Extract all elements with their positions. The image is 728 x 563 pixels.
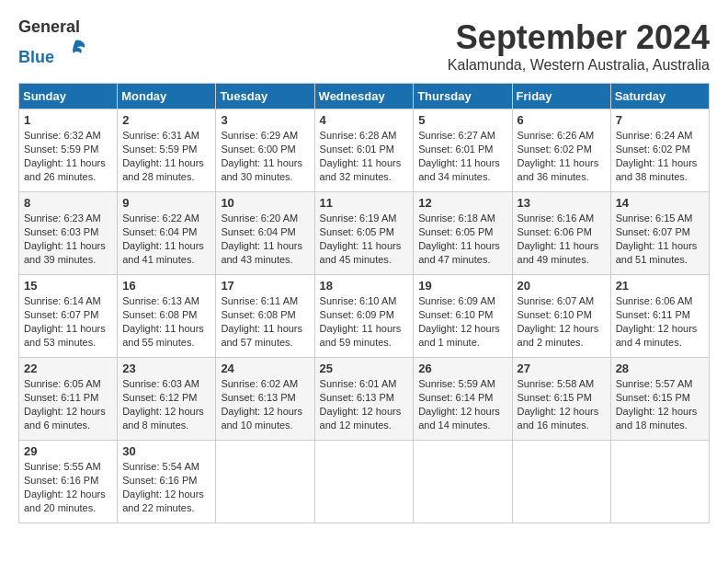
sunrise-label: Sunrise: 6:03 AM [122, 378, 199, 389]
day-info: Sunrise: 6:27 AM Sunset: 6:01 PM Dayligh… [418, 129, 506, 183]
day-number: 29 [24, 444, 112, 458]
day-number: 14 [616, 196, 704, 210]
calendar-day-cell [610, 441, 709, 523]
sunset-label: Sunset: 6:07 PM [24, 309, 98, 320]
day-number: 3 [221, 113, 309, 127]
sunset-label: Sunset: 6:01 PM [320, 144, 394, 155]
month-title: September 2024 [448, 18, 710, 57]
calendar-week-row: 22 Sunrise: 6:05 AM Sunset: 6:11 PM Dayl… [19, 358, 710, 441]
daylight-label: Daylight: 11 hours and 43 minutes. [221, 240, 302, 265]
day-info: Sunrise: 6:18 AM Sunset: 6:05 PM Dayligh… [418, 212, 506, 266]
sunrise-label: Sunrise: 5:54 AM [122, 461, 199, 472]
calendar-day-cell: 13 Sunrise: 6:16 AM Sunset: 6:06 PM Dayl… [512, 192, 610, 275]
sunset-label: Sunset: 6:13 PM [320, 392, 394, 403]
calendar-day-cell: 4 Sunrise: 6:28 AM Sunset: 6:01 PM Dayli… [314, 109, 414, 192]
day-info: Sunrise: 6:31 AM Sunset: 5:59 PM Dayligh… [122, 129, 210, 183]
header-sunday: Sunday [19, 84, 118, 109]
day-info: Sunrise: 6:07 AM Sunset: 6:10 PM Dayligh… [518, 294, 606, 349]
sunrise-label: Sunrise: 5:57 AM [616, 378, 693, 389]
header-tuesday: Tuesday [216, 84, 314, 109]
header-friday: Friday [512, 84, 610, 109]
daylight-label: Daylight: 11 hours and 57 minutes. [221, 323, 302, 348]
calendar-day-cell: 18 Sunrise: 6:10 AM Sunset: 6:09 PM Dayl… [314, 275, 414, 358]
sunrise-label: Sunrise: 6:19 AM [320, 213, 397, 224]
sunrise-label: Sunrise: 6:11 AM [221, 295, 298, 306]
day-info: Sunrise: 6:01 AM Sunset: 6:13 PM Dayligh… [320, 377, 409, 431]
day-number: 4 [320, 113, 409, 127]
day-number: 8 [24, 196, 112, 210]
header-wednesday: Wednesday [314, 84, 414, 109]
day-info: Sunrise: 6:05 AM Sunset: 6:11 PM Dayligh… [24, 377, 112, 431]
day-number: 23 [122, 362, 210, 375]
day-info: Sunrise: 6:22 AM Sunset: 6:04 PM Dayligh… [122, 212, 210, 266]
daylight-label: Daylight: 12 hours and 8 minutes. [122, 406, 204, 431]
day-number: 10 [221, 196, 309, 210]
day-info: Sunrise: 6:11 AM Sunset: 6:08 PM Dayligh… [221, 294, 309, 349]
sunset-label: Sunset: 6:02 PM [518, 144, 592, 155]
day-number: 18 [320, 279, 409, 293]
calendar-day-cell: 16 Sunrise: 6:13 AM Sunset: 6:08 PM Dayl… [118, 275, 216, 358]
calendar-day-cell: 21 Sunrise: 6:06 AM Sunset: 6:11 PM Dayl… [610, 275, 709, 358]
day-number: 24 [221, 362, 309, 375]
sunrise-label: Sunrise: 6:10 AM [320, 295, 397, 306]
day-info: Sunrise: 6:19 AM Sunset: 6:05 PM Dayligh… [320, 212, 409, 266]
sunrise-label: Sunrise: 6:06 AM [616, 295, 693, 306]
sunset-label: Sunset: 6:07 PM [616, 226, 690, 237]
daylight-label: Daylight: 12 hours and 16 minutes. [518, 406, 599, 431]
daylight-label: Daylight: 11 hours and 30 minutes. [221, 157, 302, 182]
day-number: 7 [616, 113, 704, 127]
day-number: 19 [418, 279, 506, 293]
daylight-label: Daylight: 11 hours and 45 minutes. [320, 240, 402, 265]
calendar-header-row: SundayMondayTuesdayWednesdayThursdayFrid… [19, 84, 710, 109]
daylight-label: Daylight: 12 hours and 20 minutes. [24, 488, 106, 513]
calendar-day-cell: 17 Sunrise: 6:11 AM Sunset: 6:08 PM Dayl… [216, 275, 314, 358]
day-number: 9 [122, 196, 210, 210]
day-number: 30 [122, 444, 210, 458]
daylight-label: Daylight: 12 hours and 12 minutes. [320, 406, 402, 431]
calendar-day-cell: 14 Sunrise: 6:15 AM Sunset: 6:07 PM Dayl… [610, 192, 709, 275]
calendar-day-cell: 24 Sunrise: 6:02 AM Sunset: 6:13 PM Dayl… [216, 358, 314, 441]
day-info: Sunrise: 5:55 AM Sunset: 6:16 PM Dayligh… [24, 460, 112, 514]
calendar-day-cell: 25 Sunrise: 6:01 AM Sunset: 6:13 PM Dayl… [314, 358, 414, 441]
sunrise-label: Sunrise: 6:01 AM [320, 378, 397, 389]
daylight-label: Daylight: 11 hours and 51 minutes. [616, 240, 698, 265]
calendar-day-cell: 12 Sunrise: 6:18 AM Sunset: 6:05 PM Dayl… [414, 192, 512, 275]
sunset-label: Sunset: 6:00 PM [221, 144, 295, 155]
day-info: Sunrise: 6:06 AM Sunset: 6:11 PM Dayligh… [616, 294, 704, 349]
calendar-day-cell [216, 441, 314, 523]
calendar-day-cell: 30 Sunrise: 5:54 AM Sunset: 6:16 PM Dayl… [118, 441, 216, 523]
day-info: Sunrise: 6:16 AM Sunset: 6:06 PM Dayligh… [518, 212, 606, 266]
day-number: 1 [24, 113, 112, 127]
header-saturday: Saturday [610, 84, 709, 109]
sunset-label: Sunset: 6:03 PM [24, 226, 98, 237]
sunset-label: Sunset: 6:16 PM [122, 475, 197, 486]
calendar-day-cell: 28 Sunrise: 5:57 AM Sunset: 6:15 PM Dayl… [610, 358, 709, 441]
daylight-label: Daylight: 12 hours and 2 minutes. [518, 323, 599, 348]
calendar-day-cell: 7 Sunrise: 6:24 AM Sunset: 6:02 PM Dayli… [610, 109, 709, 192]
daylight-label: Daylight: 12 hours and 22 minutes. [122, 488, 204, 513]
daylight-label: Daylight: 11 hours and 59 minutes. [320, 323, 402, 348]
sunset-label: Sunset: 6:16 PM [24, 475, 98, 486]
day-info: Sunrise: 6:14 AM Sunset: 6:07 PM Dayligh… [24, 294, 112, 349]
calendar-day-cell: 20 Sunrise: 6:07 AM Sunset: 6:10 PM Dayl… [512, 275, 610, 358]
daylight-label: Daylight: 11 hours and 38 minutes. [616, 157, 698, 182]
day-info: Sunrise: 6:23 AM Sunset: 6:03 PM Dayligh… [24, 212, 112, 266]
sunrise-label: Sunrise: 6:18 AM [418, 213, 495, 224]
sunset-label: Sunset: 6:08 PM [122, 309, 197, 320]
sunset-label: Sunset: 6:11 PM [24, 392, 98, 403]
day-info: Sunrise: 6:09 AM Sunset: 6:10 PM Dayligh… [418, 294, 506, 349]
calendar-day-cell: 22 Sunrise: 6:05 AM Sunset: 6:11 PM Dayl… [19, 358, 118, 441]
day-info: Sunrise: 6:13 AM Sunset: 6:08 PM Dayligh… [122, 294, 210, 349]
calendar-day-cell: 3 Sunrise: 6:29 AM Sunset: 6:00 PM Dayli… [216, 109, 314, 192]
logo: General Blue [18, 18, 88, 67]
day-number: 26 [418, 362, 506, 375]
calendar-day-cell: 6 Sunrise: 6:26 AM Sunset: 6:02 PM Dayli… [512, 109, 610, 192]
day-number: 21 [616, 279, 704, 293]
logo-general: General [18, 17, 80, 36]
day-number: 25 [320, 362, 409, 375]
day-number: 13 [518, 196, 606, 210]
sunset-label: Sunset: 6:04 PM [221, 226, 295, 237]
sunset-label: Sunset: 6:10 PM [518, 309, 592, 320]
calendar-day-cell: 15 Sunrise: 6:14 AM Sunset: 6:07 PM Dayl… [19, 275, 118, 358]
day-info: Sunrise: 6:15 AM Sunset: 6:07 PM Dayligh… [616, 212, 704, 266]
